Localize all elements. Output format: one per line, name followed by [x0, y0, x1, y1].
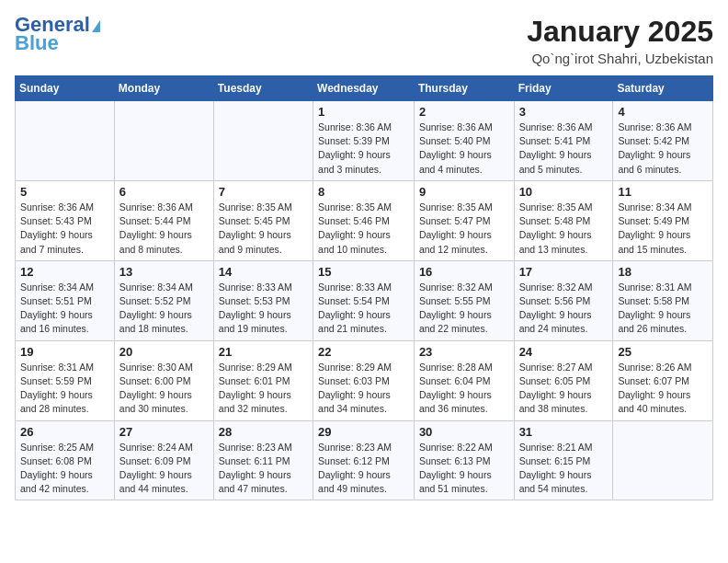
- weekday-header: Thursday: [414, 76, 514, 101]
- day-number: 19: [20, 345, 109, 359]
- calendar-day-cell: 14Sunrise: 8:33 AMSunset: 5:53 PMDayligh…: [213, 260, 313, 340]
- calendar-day-cell: 31Sunrise: 8:21 AMSunset: 6:15 PMDayligh…: [514, 420, 613, 500]
- day-number: 7: [219, 185, 308, 199]
- day-number: 18: [618, 265, 708, 279]
- day-number: 28: [219, 425, 308, 439]
- day-info: Sunrise: 8:28 AMSunset: 6:04 PMDaylight:…: [419, 361, 509, 417]
- calendar-day-cell: 18Sunrise: 8:31 AMSunset: 5:58 PMDayligh…: [613, 260, 713, 340]
- day-info: Sunrise: 8:22 AMSunset: 6:13 PMDaylight:…: [419, 441, 509, 497]
- day-info: Sunrise: 8:33 AMSunset: 5:53 PMDaylight:…: [219, 281, 308, 337]
- day-info: Sunrise: 8:35 AMSunset: 5:45 PMDaylight:…: [219, 201, 308, 257]
- calendar-day-cell: 21Sunrise: 8:29 AMSunset: 6:01 PMDayligh…: [213, 340, 313, 420]
- day-number: 26: [20, 425, 109, 439]
- calendar-day-cell: 5Sunrise: 8:36 AMSunset: 5:43 PMDaylight…: [16, 180, 115, 260]
- calendar-day-cell: 27Sunrise: 8:24 AMSunset: 6:09 PMDayligh…: [114, 420, 213, 500]
- day-number: 30: [419, 425, 509, 439]
- calendar-day-cell: 26Sunrise: 8:25 AMSunset: 6:08 PMDayligh…: [16, 420, 115, 500]
- day-number: 23: [419, 345, 509, 359]
- calendar-day-cell: [114, 101, 213, 181]
- calendar-day-cell: 30Sunrise: 8:22 AMSunset: 6:13 PMDayligh…: [414, 420, 514, 500]
- calendar-day-cell: [213, 101, 313, 181]
- calendar-day-cell: 13Sunrise: 8:34 AMSunset: 5:52 PMDayligh…: [114, 260, 213, 340]
- weekday-header: Saturday: [613, 76, 713, 101]
- day-info: Sunrise: 8:36 AMSunset: 5:44 PMDaylight:…: [119, 201, 209, 257]
- day-info: Sunrise: 8:29 AMSunset: 6:03 PMDaylight:…: [318, 361, 409, 417]
- day-info: Sunrise: 8:36 AMSunset: 5:39 PMDaylight:…: [318, 121, 409, 177]
- calendar-table: SundayMondayTuesdayWednesdayThursdayFrid…: [15, 75, 713, 500]
- day-info: Sunrise: 8:21 AMSunset: 6:15 PMDaylight:…: [519, 441, 609, 497]
- day-number: 17: [519, 265, 609, 279]
- calendar-week-row: 1Sunrise: 8:36 AMSunset: 5:39 PMDaylight…: [16, 101, 713, 181]
- calendar-day-cell: 11Sunrise: 8:34 AMSunset: 5:49 PMDayligh…: [613, 180, 713, 260]
- calendar-day-cell: 6Sunrise: 8:36 AMSunset: 5:44 PMDaylight…: [114, 180, 213, 260]
- day-number: 8: [318, 185, 409, 199]
- day-number: 5: [20, 185, 109, 199]
- day-number: 16: [419, 265, 509, 279]
- day-info: Sunrise: 8:29 AMSunset: 6:01 PMDaylight:…: [219, 361, 308, 417]
- day-info: Sunrise: 8:25 AMSunset: 6:08 PMDaylight:…: [20, 441, 109, 497]
- calendar-day-cell: 3Sunrise: 8:36 AMSunset: 5:41 PMDaylight…: [514, 101, 613, 181]
- calendar-day-cell: 19Sunrise: 8:31 AMSunset: 5:59 PMDayligh…: [16, 340, 115, 420]
- day-info: Sunrise: 8:23 AMSunset: 6:12 PMDaylight:…: [318, 441, 409, 497]
- weekday-header: Sunday: [16, 76, 115, 101]
- calendar-day-cell: 9Sunrise: 8:35 AMSunset: 5:47 PMDaylight…: [414, 180, 514, 260]
- day-number: 14: [219, 265, 308, 279]
- calendar-day-cell: 1Sunrise: 8:36 AMSunset: 5:39 PMDaylight…: [313, 101, 415, 181]
- calendar-day-cell: 20Sunrise: 8:30 AMSunset: 6:00 PMDayligh…: [114, 340, 213, 420]
- day-number: 11: [618, 185, 708, 199]
- day-number: 1: [318, 105, 409, 119]
- calendar-title: January 2025: [527, 15, 713, 49]
- day-number: 24: [519, 345, 609, 359]
- calendar-day-cell: 24Sunrise: 8:27 AMSunset: 6:05 PMDayligh…: [514, 340, 613, 420]
- day-info: Sunrise: 8:36 AMSunset: 5:43 PMDaylight:…: [20, 201, 109, 257]
- logo: General Blue: [15, 15, 100, 53]
- calendar-day-cell: 15Sunrise: 8:33 AMSunset: 5:54 PMDayligh…: [313, 260, 415, 340]
- day-number: 22: [318, 345, 409, 359]
- day-info: Sunrise: 8:36 AMSunset: 5:40 PMDaylight:…: [419, 121, 509, 177]
- calendar-day-cell: 12Sunrise: 8:34 AMSunset: 5:51 PMDayligh…: [16, 260, 115, 340]
- day-info: Sunrise: 8:35 AMSunset: 5:48 PMDaylight:…: [519, 201, 609, 257]
- calendar-day-cell: 8Sunrise: 8:35 AMSunset: 5:46 PMDaylight…: [313, 180, 415, 260]
- day-info: Sunrise: 8:24 AMSunset: 6:09 PMDaylight:…: [119, 441, 209, 497]
- day-number: 31: [519, 425, 609, 439]
- day-info: Sunrise: 8:27 AMSunset: 6:05 PMDaylight:…: [519, 361, 609, 417]
- calendar-subtitle: Qo`ng`irot Shahri, Uzbekistan: [527, 51, 713, 66]
- day-info: Sunrise: 8:36 AMSunset: 5:42 PMDaylight:…: [618, 121, 708, 177]
- calendar-day-cell: [613, 420, 713, 500]
- day-number: 15: [318, 265, 409, 279]
- calendar-day-cell: 7Sunrise: 8:35 AMSunset: 5:45 PMDaylight…: [213, 180, 313, 260]
- day-number: 9: [419, 185, 509, 199]
- day-number: 13: [119, 265, 209, 279]
- day-info: Sunrise: 8:33 AMSunset: 5:54 PMDaylight:…: [318, 281, 409, 337]
- day-info: Sunrise: 8:35 AMSunset: 5:47 PMDaylight:…: [419, 201, 509, 257]
- day-number: 2: [419, 105, 509, 119]
- day-number: 21: [219, 345, 308, 359]
- header: General Blue January 2025 Qo`ng`irot Sha…: [15, 15, 713, 66]
- day-info: Sunrise: 8:31 AMSunset: 5:59 PMDaylight:…: [20, 361, 109, 417]
- day-info: Sunrise: 8:31 AMSunset: 5:58 PMDaylight:…: [618, 281, 708, 337]
- day-info: Sunrise: 8:34 AMSunset: 5:49 PMDaylight:…: [618, 201, 708, 257]
- calendar-day-cell: 10Sunrise: 8:35 AMSunset: 5:48 PMDayligh…: [514, 180, 613, 260]
- weekday-header: Wednesday: [313, 76, 415, 101]
- calendar-header-row: SundayMondayTuesdayWednesdayThursdayFrid…: [16, 76, 713, 101]
- day-info: Sunrise: 8:26 AMSunset: 6:07 PMDaylight:…: [618, 361, 708, 417]
- day-number: 25: [618, 345, 708, 359]
- calendar-body: 1Sunrise: 8:36 AMSunset: 5:39 PMDaylight…: [16, 101, 713, 500]
- day-info: Sunrise: 8:32 AMSunset: 5:56 PMDaylight:…: [519, 281, 609, 337]
- calendar-day-cell: 25Sunrise: 8:26 AMSunset: 6:07 PMDayligh…: [613, 340, 713, 420]
- weekday-header: Monday: [114, 76, 213, 101]
- day-number: 27: [119, 425, 209, 439]
- calendar-day-cell: 17Sunrise: 8:32 AMSunset: 5:56 PMDayligh…: [514, 260, 613, 340]
- day-info: Sunrise: 8:32 AMSunset: 5:55 PMDaylight:…: [419, 281, 509, 337]
- title-block: January 2025 Qo`ng`irot Shahri, Uzbekist…: [527, 15, 713, 66]
- calendar-day-cell: [16, 101, 115, 181]
- calendar-week-row: 12Sunrise: 8:34 AMSunset: 5:51 PMDayligh…: [16, 260, 713, 340]
- weekday-header: Friday: [514, 76, 613, 101]
- calendar-week-row: 5Sunrise: 8:36 AMSunset: 5:43 PMDaylight…: [16, 180, 713, 260]
- day-number: 10: [519, 185, 609, 199]
- day-info: Sunrise: 8:23 AMSunset: 6:11 PMDaylight:…: [219, 441, 308, 497]
- calendar-day-cell: 16Sunrise: 8:32 AMSunset: 5:55 PMDayligh…: [414, 260, 514, 340]
- calendar-day-cell: 22Sunrise: 8:29 AMSunset: 6:03 PMDayligh…: [313, 340, 415, 420]
- weekday-header: Tuesday: [213, 76, 313, 101]
- day-info: Sunrise: 8:36 AMSunset: 5:41 PMDaylight:…: [519, 121, 609, 177]
